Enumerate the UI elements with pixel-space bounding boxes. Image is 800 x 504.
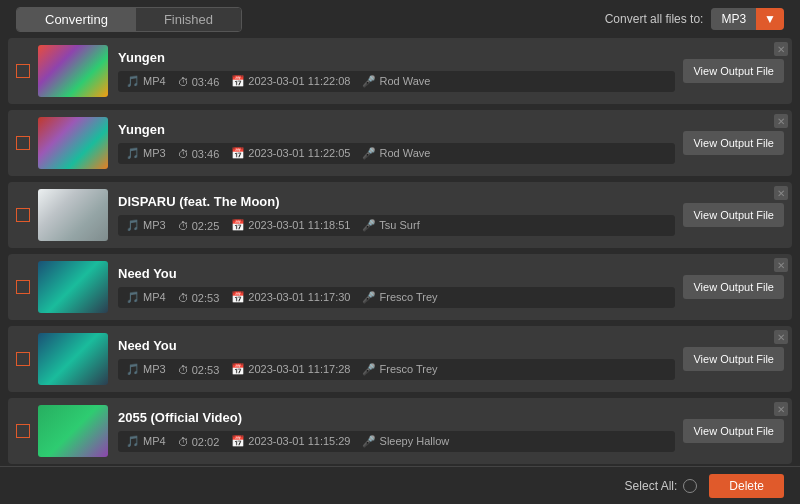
format-label: MP3 (711, 8, 756, 30)
artist-icon-1: 🎤 Rod Wave (362, 75, 430, 88)
item-title-6: 2055 (Official Video) (118, 410, 675, 425)
convert-all-group: Convert all files to: MP3 ▼ (605, 8, 784, 30)
calendar-icon-2: 📅 2023-03-01 11:22:05 (231, 147, 350, 160)
clock-icon-3: ⏱ 02:25 (178, 220, 220, 232)
clock-icon-2: ⏱ 03:46 (178, 148, 220, 160)
item-thumbnail-3 (38, 189, 108, 241)
calendar-icon-6: 📅 2023-03-01 11:15:29 (231, 435, 350, 448)
item-meta-3: 🎵 MP3 ⏱ 02:25 📅 2023-03-01 11:18:51 🎤 Ts… (118, 215, 675, 236)
item-actions-6: View Output File (683, 419, 784, 443)
item-info-3: DISPARU (feat. The Moon) 🎵 MP3 ⏱ 02:25 📅… (118, 194, 675, 236)
item-actions-5: View Output File (683, 347, 784, 371)
item-checkbox-6[interactable] (16, 424, 30, 438)
clock-icon-5: ⏱ 02:53 (178, 364, 220, 376)
item-title-4: Need You (118, 266, 675, 281)
view-output-button-3[interactable]: View Output File (683, 203, 784, 227)
close-button-5[interactable]: ✕ (774, 330, 788, 344)
list-item: Yungen 🎵 MP4 ⏱ 03:46 📅 2023-03-01 11:22:… (8, 38, 792, 104)
item-meta-6: 🎵 MP4 ⏱ 02:02 📅 2023-03-01 11:15:29 🎤 Sl… (118, 431, 675, 452)
list-item: DISPARU (feat. The Moon) 🎵 MP3 ⏱ 02:25 📅… (8, 182, 792, 248)
item-checkbox-5[interactable] (16, 352, 30, 366)
calendar-icon-1: 📅 2023-03-01 11:22:08 (231, 75, 350, 88)
tab-finished[interactable]: Finished (136, 8, 241, 31)
item-info-4: Need You 🎵 MP4 ⏱ 02:53 📅 2023-03-01 11:1… (118, 266, 675, 308)
item-thumbnail-1 (38, 45, 108, 97)
list-item: Yungen 🎵 MP3 ⏱ 03:46 📅 2023-03-01 11:22:… (8, 110, 792, 176)
item-title-2: Yungen (118, 122, 675, 137)
item-thumbnail-4 (38, 261, 108, 313)
item-checkbox-3[interactable] (16, 208, 30, 222)
bottom-bar: Select All: Delete (0, 466, 800, 504)
music-icon-2: 🎵 MP3 (126, 147, 166, 160)
clock-icon-4: ⏱ 02:53 (178, 292, 220, 304)
music-icon-6: 🎵 MP4 (126, 435, 166, 448)
artist-icon-2: 🎤 Rod Wave (362, 147, 430, 160)
close-button-3[interactable]: ✕ (774, 186, 788, 200)
item-thumbnail-6 (38, 405, 108, 457)
view-output-button-4[interactable]: View Output File (683, 275, 784, 299)
list-item: 2055 (Official Video) 🎵 MP4 ⏱ 02:02 📅 20… (8, 398, 792, 464)
select-all-label: Select All: (625, 479, 678, 493)
list-item: Need You 🎵 MP4 ⏱ 02:53 📅 2023-03-01 11:1… (8, 254, 792, 320)
music-icon-1: 🎵 MP4 (126, 75, 166, 88)
item-title-3: DISPARU (feat. The Moon) (118, 194, 675, 209)
item-actions-4: View Output File (683, 275, 784, 299)
artist-icon-4: 🎤 Fresco Trey (362, 291, 437, 304)
item-title-5: Need You (118, 338, 675, 353)
item-meta-2: 🎵 MP3 ⏱ 03:46 📅 2023-03-01 11:22:05 🎤 Ro… (118, 143, 675, 164)
item-info-1: Yungen 🎵 MP4 ⏱ 03:46 📅 2023-03-01 11:22:… (118, 50, 675, 92)
item-actions-3: View Output File (683, 203, 784, 227)
calendar-icon-3: 📅 2023-03-01 11:18:51 (231, 219, 350, 232)
view-output-button-1[interactable]: View Output File (683, 59, 784, 83)
artist-icon-5: 🎤 Fresco Trey (362, 363, 437, 376)
close-button-2[interactable]: ✕ (774, 114, 788, 128)
close-button-4[interactable]: ✕ (774, 258, 788, 272)
item-info-5: Need You 🎵 MP3 ⏱ 02:53 📅 2023-03-01 11:1… (118, 338, 675, 380)
clock-icon-6: ⏱ 02:02 (178, 436, 220, 448)
item-actions-1: View Output File (683, 59, 784, 83)
select-all-group: Select All: (625, 479, 698, 493)
artist-icon-3: 🎤 Tsu Surf (362, 219, 419, 232)
item-thumbnail-5 (38, 333, 108, 385)
item-info-6: 2055 (Official Video) 🎵 MP4 ⏱ 02:02 📅 20… (118, 410, 675, 452)
music-icon-4: 🎵 MP4 (126, 291, 166, 304)
delete-button[interactable]: Delete (709, 474, 784, 498)
item-meta-1: 🎵 MP4 ⏱ 03:46 📅 2023-03-01 11:22:08 🎤 Ro… (118, 71, 675, 92)
list-item: Need You 🎵 MP3 ⏱ 02:53 📅 2023-03-01 11:1… (8, 326, 792, 392)
format-selector: MP3 ▼ (711, 8, 784, 30)
file-list: Yungen 🎵 MP4 ⏱ 03:46 📅 2023-03-01 11:22:… (0, 38, 800, 496)
view-output-button-6[interactable]: View Output File (683, 419, 784, 443)
tab-converting[interactable]: Converting (17, 8, 136, 31)
format-dropdown-button[interactable]: ▼ (756, 8, 784, 30)
convert-all-label: Convert all files to: (605, 12, 704, 26)
item-actions-2: View Output File (683, 131, 784, 155)
select-all-checkbox[interactable] (683, 479, 697, 493)
view-output-button-2[interactable]: View Output File (683, 131, 784, 155)
item-checkbox-4[interactable] (16, 280, 30, 294)
top-bar: Converting Finished Convert all files to… (0, 0, 800, 38)
item-title-1: Yungen (118, 50, 675, 65)
artist-icon-6: 🎤 Sleepy Hallow (362, 435, 449, 448)
calendar-icon-5: 📅 2023-03-01 11:17:28 (231, 363, 350, 376)
item-thumbnail-2 (38, 117, 108, 169)
calendar-icon-4: 📅 2023-03-01 11:17:30 (231, 291, 350, 304)
close-button-6[interactable]: ✕ (774, 402, 788, 416)
tab-group: Converting Finished (16, 7, 242, 32)
music-icon-3: 🎵 MP3 (126, 219, 166, 232)
chevron-down-icon: ▼ (764, 12, 776, 26)
music-icon-5: 🎵 MP3 (126, 363, 166, 376)
item-meta-5: 🎵 MP3 ⏱ 02:53 📅 2023-03-01 11:17:28 🎤 Fr… (118, 359, 675, 380)
clock-icon-1: ⏱ 03:46 (178, 76, 220, 88)
item-checkbox-1[interactable] (16, 64, 30, 78)
item-checkbox-2[interactable] (16, 136, 30, 150)
close-button-1[interactable]: ✕ (774, 42, 788, 56)
item-meta-4: 🎵 MP4 ⏱ 02:53 📅 2023-03-01 11:17:30 🎤 Fr… (118, 287, 675, 308)
item-info-2: Yungen 🎵 MP3 ⏱ 03:46 📅 2023-03-01 11:22:… (118, 122, 675, 164)
view-output-button-5[interactable]: View Output File (683, 347, 784, 371)
